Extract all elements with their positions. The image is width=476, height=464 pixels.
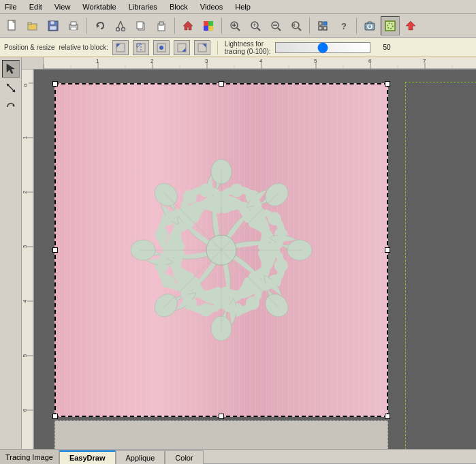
tabbar: Tracing Image EasyDraw Applique Color — [0, 449, 476, 464]
pos-btn-topleft[interactable] — [112, 40, 129, 55]
zoom-prev-button[interactable] — [287, 16, 306, 35]
svg-rect-6 — [50, 26, 57, 30]
svg-text:1: 1 — [96, 58, 99, 64]
snap-button[interactable] — [313, 16, 332, 35]
zoom-in-button[interactable]: + — [246, 16, 265, 35]
handle-bottomright[interactable] — [385, 414, 390, 419]
menu-edit[interactable]: Edit — [27, 2, 44, 12]
lightness-value: 50 — [375, 44, 391, 51]
ruler-top-svg: 1 2 3 4 5 6 7 — [44, 57, 476, 69]
svg-line-25 — [237, 28, 240, 31]
left-toolbar — [0, 57, 22, 449]
cut-button[interactable] — [111, 16, 130, 35]
menu-videos[interactable]: Videos — [198, 2, 225, 12]
svg-text:2: 2 — [22, 190, 28, 194]
tracing-image-label: Tracing Image — [0, 449, 59, 464]
svg-text:3: 3 — [22, 245, 28, 248]
new-button[interactable] — [3, 16, 22, 35]
handle-midright[interactable] — [385, 247, 390, 253]
ruler-top-inner: 1 2 3 4 5 6 7 — [44, 57, 476, 69]
svg-rect-20 — [204, 21, 208, 26]
svg-point-53 — [159, 46, 163, 50]
ruler-left: 0 1 2 3 4 5 6 — [22, 69, 34, 449]
undo-button[interactable] — [91, 16, 110, 35]
handle-topmid[interactable] — [219, 81, 224, 87]
handle-topleft[interactable] — [52, 81, 58, 87]
tracing-button[interactable] — [381, 16, 400, 35]
snowflake-image — [54, 83, 388, 417]
svg-line-13 — [118, 21, 121, 28]
zoom-fit-button[interactable] — [225, 16, 244, 35]
export-button[interactable] — [401, 16, 420, 35]
tab-applique[interactable]: Applique — [116, 450, 165, 464]
svg-text:+: + — [253, 22, 256, 29]
svg-marker-54 — [182, 48, 186, 52]
handle-bottomleft[interactable] — [52, 414, 58, 419]
rotate-tool-button[interactable] — [2, 98, 20, 116]
tab-easydraw[interactable]: EasyDraw — [59, 450, 116, 464]
open-button[interactable] — [23, 16, 42, 35]
menu-help[interactable]: Help — [233, 2, 253, 12]
pos-btn-center[interactable] — [153, 40, 170, 55]
svg-rect-39 — [323, 27, 327, 30]
svg-text:2: 2 — [150, 58, 154, 64]
svg-line-14 — [121, 21, 123, 28]
pos-btn-bottomright[interactable] — [174, 40, 190, 55]
svg-rect-9 — [71, 27, 76, 30]
below-canvas-area — [54, 420, 388, 449]
svg-line-29 — [257, 28, 260, 31]
handle-bottommid[interactable] — [219, 414, 224, 419]
info-button[interactable]: ? — [334, 16, 353, 35]
svg-point-11 — [116, 27, 120, 31]
lightness-slider[interactable] — [275, 42, 370, 53]
ruler-corner — [22, 57, 44, 69]
svg-marker-47 — [116, 44, 121, 48]
canvas-area: 1 2 3 4 5 6 7 — [22, 57, 476, 449]
menu-libraries[interactable]: Libraries — [127, 2, 159, 12]
svg-rect-5 — [50, 21, 54, 25]
canvas-body: 0 1 2 3 4 5 6 — [22, 69, 476, 449]
svg-rect-23 — [208, 26, 213, 31]
svg-text:7: 7 — [423, 58, 426, 64]
menu-file[interactable]: File — [3, 2, 19, 12]
zoom-out-button[interactable] — [266, 16, 285, 35]
camera-button[interactable] — [360, 16, 379, 35]
home-button[interactable] — [178, 16, 197, 35]
paste-button[interactable] — [152, 16, 171, 35]
svg-marker-56 — [202, 44, 206, 48]
svg-text:6: 6 — [368, 58, 372, 64]
resize-tool-button[interactable] — [2, 79, 20, 97]
menubar: File Edit View Worktable Libraries Block… — [0, 0, 476, 14]
menu-worktable[interactable]: Worktable — [80, 2, 118, 12]
copy-button[interactable] — [131, 16, 150, 35]
svg-rect-3 — [28, 22, 31, 25]
optionsbar: Position & resize relative to block: Lig… — [0, 38, 476, 57]
menu-view[interactable]: View — [52, 2, 73, 12]
toolbar-sep-5 — [356, 18, 357, 34]
print-button[interactable] — [64, 16, 83, 35]
svg-line-35 — [298, 28, 301, 31]
svg-point-12 — [122, 27, 125, 31]
main-toolbar: + ? — [0, 14, 476, 38]
pos-btn-topright[interactable] — [194, 40, 210, 55]
handle-topright[interactable] — [385, 81, 390, 87]
svg-text:6: 6 — [22, 408, 28, 412]
svg-text:4: 4 — [259, 58, 263, 64]
save-button[interactable] — [44, 16, 63, 35]
handle-midleft[interactable] — [52, 247, 58, 253]
tab-color[interactable]: Color — [165, 450, 203, 464]
svg-rect-43 — [368, 22, 372, 24]
svg-rect-38 — [319, 27, 322, 30]
ruler-top: 1 2 3 4 5 6 7 — [22, 57, 476, 69]
colorswatch-button[interactable] — [199, 16, 218, 35]
svg-text:4: 4 — [22, 299, 28, 303]
svg-rect-18 — [159, 22, 163, 25]
svg-marker-19 — [183, 21, 193, 30]
menu-block[interactable]: Block — [168, 2, 190, 12]
pointer-tool-button[interactable] — [2, 60, 20, 78]
canvas-viewport[interactable] — [34, 69, 476, 449]
svg-marker-46 — [406, 21, 415, 30]
svg-text:?: ? — [341, 21, 347, 31]
main-area: 1 2 3 4 5 6 7 — [0, 57, 476, 449]
pos-btn-topcenter[interactable] — [133, 40, 149, 55]
